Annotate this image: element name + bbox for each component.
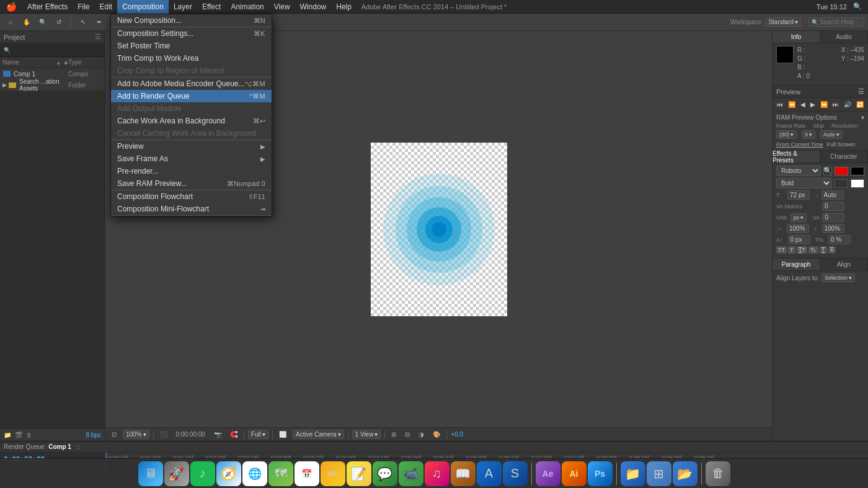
menu-trim-comp[interactable]: Trim Comp to Work Area <box>111 52 272 64</box>
menubar-search-icon[interactable]: 🔍 <box>853 2 862 11</box>
char-style-select[interactable]: Bold <box>776 178 832 189</box>
char-hscale-input[interactable] <box>787 224 809 233</box>
project-comp-icon[interactable]: 🎬 <box>15 432 22 438</box>
menu-comp-flowchart[interactable]: Composition Flowchart ⇧F11 <box>111 190 272 203</box>
viewer-magnet-icon[interactable]: 🧲 <box>228 431 240 438</box>
toolbar-home[interactable]: ⌂ <box>4 17 17 28</box>
project-item-assets[interactable]: ▶ Search ...ation Assets Folder <box>0 79 105 91</box>
menu-effect[interactable]: Effect <box>197 0 226 14</box>
menu-comp-mini-flowchart[interactable]: Composition Mini-Flowchart ⇥ <box>111 203 272 215</box>
char-color-box[interactable] <box>835 179 848 188</box>
viewer-zoom-dropdown[interactable]: 100%▾ <box>123 430 149 439</box>
menu-new-composition[interactable]: New Composition... ⌘N <box>111 14 272 27</box>
project-search[interactable]: 🔍 <box>0 43 105 57</box>
char-font-select[interactable]: Roboto <box>776 166 821 176</box>
char-btn-allcaps[interactable]: TT <box>776 246 787 254</box>
char-bg-color-box[interactable] <box>851 179 864 188</box>
char-tsf-input[interactable] <box>828 235 851 244</box>
tl-tab-render-queue[interactable]: Render Queue <box>4 443 45 450</box>
viewer-resize-icon[interactable]: ⬛ <box>157 431 170 438</box>
menu-window[interactable]: Window <box>295 0 332 14</box>
viewer-view-dropdown[interactable]: 1 View▾ <box>352 430 381 439</box>
toolbar-hand[interactable]: ✋ <box>20 17 33 28</box>
toolbar-rotate[interactable]: ↺ <box>52 17 66 28</box>
dock-illustrator[interactable]: Ai <box>562 461 587 486</box>
prev-first-frame[interactable]: ⏮ <box>775 101 785 108</box>
preview-fr-dropdown[interactable]: (30)▾ <box>776 130 797 139</box>
tl-tab-comp1[interactable]: Comp 1 <box>48 443 71 450</box>
menu-help[interactable]: Help <box>331 0 356 14</box>
menu-add-render-queue[interactable]: Add to Render Queue ^⌘M <box>111 90 272 102</box>
preview-menu-icon[interactable]: ☰ <box>858 87 864 95</box>
dock-notes[interactable]: 📝 <box>347 461 371 486</box>
prev-prev-frame[interactable]: ⏪ <box>786 101 797 108</box>
dock-maps[interactable]: 🗺 <box>268 461 293 486</box>
apple-menu[interactable]: 🍎 <box>0 2 22 12</box>
dock-calendar[interactable]: 📅 <box>294 461 319 486</box>
menu-save-frame-as[interactable]: Save Frame As ▶ <box>111 153 272 165</box>
menu-layer[interactable]: Layer <box>169 0 197 14</box>
char-baseline-input[interactable] <box>788 235 810 244</box>
char-unit-dropdown[interactable]: px▾ <box>790 213 807 222</box>
viewer-color-icon[interactable]: 🎨 <box>430 431 443 438</box>
viewer-camera-icon[interactable]: 📷 <box>211 431 224 438</box>
char-btn-sub[interactable]: T₁ <box>808 246 818 254</box>
char-btn-underline[interactable]: T̲ <box>820 246 827 254</box>
char-tracking-input[interactable] <box>822 202 844 211</box>
align-dropdown[interactable]: Selection▾ <box>822 273 855 282</box>
dock-trash[interactable]: 🗑 <box>706 461 730 486</box>
menu-animation[interactable]: Animation <box>226 0 268 14</box>
menu-preview[interactable]: Preview ▶ <box>111 140 272 153</box>
menu-comp-settings[interactable]: Composition Settings... ⌘K <box>111 27 272 40</box>
workspace-dropdown[interactable]: Standard▾ <box>765 17 801 27</box>
char-btn-smallcaps[interactable]: T <box>788 246 795 254</box>
toolbar-pen[interactable]: ✒ <box>92 17 106 28</box>
tab-character[interactable]: Character <box>820 151 868 162</box>
viewer-overlay-icon[interactable]: ⊟ <box>402 431 412 438</box>
dock-after-effects[interactable]: Ae <box>536 461 560 486</box>
prev-play[interactable]: ▶ <box>808 101 817 108</box>
menu-after-effects[interactable]: After Effects <box>22 0 73 14</box>
preview-res-dropdown[interactable]: Auto▾ <box>820 130 843 139</box>
project-trash-icon[interactable]: 🗑 <box>26 432 32 438</box>
char-font-search-icon[interactable]: 🔍 <box>823 167 832 175</box>
tab-info[interactable]: Info <box>773 31 820 43</box>
char-leading-input[interactable] <box>822 190 844 200</box>
viewer-snap-icon[interactable]: ⊡ <box>109 431 119 438</box>
menu-view[interactable]: View <box>269 0 295 14</box>
menu-save-ram-preview[interactable]: Save RAM Preview... ⌘Numpad 0 <box>111 177 272 190</box>
toolbar-zoom[interactable]: 🔍 <box>36 17 50 28</box>
char-color-swatch-red[interactable] <box>835 167 848 175</box>
tab-effects-presets[interactable]: Effects & Presets <box>773 151 820 162</box>
char-kerning-input[interactable] <box>822 213 844 222</box>
dock-grid[interactable]: ⊞ <box>647 461 671 486</box>
dock-messages[interactable]: 💬 <box>373 461 397 486</box>
viewer-grid-icon[interactable]: ⊞ <box>389 431 399 438</box>
dock-spotify[interactable]: ♪ <box>190 461 215 486</box>
preview-from-current[interactable]: From Current Time <box>776 141 823 148</box>
viewer-alpha-icon[interactable]: ◑ <box>416 431 427 438</box>
char-btn-super[interactable]: T̲T <box>797 246 808 254</box>
project-menu-icon[interactable]: ☰ <box>95 33 101 41</box>
dock-finder[interactable]: 🖥 <box>138 461 163 486</box>
ram-preview-dropdown-icon[interactable]: ▾ <box>861 114 864 121</box>
char-vscale-input[interactable] <box>822 224 844 233</box>
menu-file[interactable]: File <box>73 0 94 14</box>
char-btn-strike[interactable]: T̶ <box>828 246 836 254</box>
dock-ibooks[interactable]: 📖 <box>451 461 476 486</box>
dock-appstore[interactable]: A <box>477 461 502 486</box>
search-help[interactable]: 🔍 Search Help <box>808 17 864 27</box>
menu-set-poster[interactable]: Set Poster Time <box>111 40 272 52</box>
char-color-swatch-black[interactable] <box>851 167 864 175</box>
menu-composition[interactable]: Composition <box>117 0 169 14</box>
col-label-icon[interactable]: ◆ <box>64 60 68 66</box>
col-sort-icon[interactable]: ▲ <box>56 60 61 66</box>
prev-loop[interactable]: 🔁 <box>854 101 866 108</box>
dock-folders[interactable]: 📁 <box>621 461 645 486</box>
viewer-quality-dropdown[interactable]: Full▾ <box>248 430 268 439</box>
prev-play-back[interactable]: ◀ <box>799 101 807 108</box>
dock-facetime[interactable]: 📹 <box>399 461 423 486</box>
project-bpc[interactable]: 8 bpc <box>86 432 101 438</box>
preview-skip-dropdown[interactable]: 0▾ <box>802 130 815 139</box>
dock-photoshop[interactable]: Ps <box>588 461 613 486</box>
